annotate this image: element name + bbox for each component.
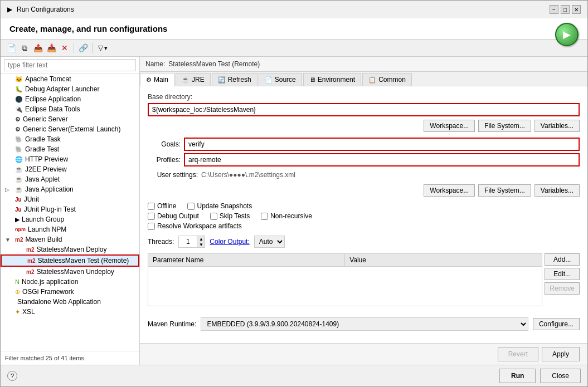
threads-down-button[interactable]: ▼ [197,242,205,247]
title-bar-left: ▶ Run Configurations [7,6,74,13]
threads-input[interactable] [179,237,197,247]
add-parameter-button[interactable]: Add... [545,253,580,266]
tree-item-java-app[interactable]: ▷ ☕ Java Application [1,184,139,194]
workspace-button-1[interactable]: Workspace... [424,120,475,132]
tree-item-debug-adapter[interactable]: 🐛 Debug Adapter Launcher [1,84,139,94]
skip-tests-label: Skip Tests [220,212,250,220]
tree-item-java-applet[interactable]: ☕ Java Applet [1,174,139,184]
tree-item-launch-group[interactable]: ▶ Launch Group [1,214,139,224]
debug-output-checkbox[interactable] [148,213,155,220]
tree-item-junit[interactable]: Ju JUnit [1,194,139,204]
threads-up-button[interactable]: ▲ [197,236,205,242]
base-directory-label: Base directory: [148,93,580,101]
tab-jre[interactable]: ☕ JRE [176,73,211,86]
parameter-table: Parameter Name Value [148,253,542,306]
filesystem-button-1[interactable]: File System... [478,120,531,132]
offline-label: Offline [157,202,176,210]
tree-item-apache-tomcat[interactable]: 🐱 Apache Tomcat [1,74,139,84]
run-button[interactable]: Run [499,369,536,383]
tree-label: Generic Server(External Launch) [23,125,135,133]
tree-label: Eclipse Data Tools [25,105,135,113]
item-icon: m2 [15,237,23,243]
configure-maven-button[interactable]: Configure... [533,318,580,330]
tree-item-stateless-undeploy[interactable]: m2 StatelessMaven Undeploy [1,267,139,277]
tree-item-gradle-task[interactable]: 🐘 Gradle Task [1,134,139,144]
goals-input[interactable] [184,138,580,151]
name-bar: Name: StatelessMaven Test (Remote) [140,57,587,72]
tree-item-generic-external[interactable]: ⚙ Generic Server(External Launch) [1,124,139,134]
base-directory-row [148,103,580,116]
apply-button[interactable]: Apply [542,347,580,361]
non-recursive-checkbox-label[interactable]: Non-recursive [261,212,312,220]
color-output-label[interactable]: Color Output: [210,238,249,246]
base-directory-section: Base directory: Workspace... File System… [148,93,580,132]
item-icon: Ju [15,197,22,203]
revert-button[interactable]: Revert [498,347,538,361]
help-button[interactable]: ? [7,371,17,381]
update-snapshots-checkbox-label[interactable]: Update Snapshots [187,202,252,210]
remove-parameter-button[interactable]: Remove [545,282,580,295]
tree-item-http-preview[interactable]: 🌐 HTTP Preview [1,154,139,164]
user-settings-buttons: Workspace... File System... Variables... [148,184,580,197]
offline-checkbox-label[interactable]: Offline [148,202,176,210]
tree-item-maven-build[interactable]: ▼ m2 Maven Build [1,234,139,244]
workspace-button-2[interactable]: Workspace... [424,184,475,197]
tab-main-icon: ⚙ [146,76,152,84]
search-input[interactable] [4,59,136,71]
link-button[interactable]: 🔗 [77,42,89,54]
run-green-button[interactable]: ▶ [555,23,579,46]
export-button[interactable]: 📤 [32,42,44,54]
minimize-button[interactable]: − [550,5,558,14]
close-button[interactable]: ✕ [572,5,581,14]
debug-output-checkbox-label[interactable]: Debug Output [148,212,199,220]
duplicate-button[interactable]: ⧉ [18,42,31,54]
tree-item-launch-npm[interactable]: npm Launch NPM [1,224,139,234]
variables-button-1[interactable]: Variables... [534,120,580,132]
item-icon: 🔌 [15,106,23,113]
tree-label: StatelessMaven Test (Remote) [37,257,134,264]
delete-button[interactable]: ✕ [59,42,71,54]
non-recursive-checkbox[interactable] [261,213,268,220]
tree-item-xsl[interactable]: ✦ XSL [1,307,139,317]
tab-environment[interactable]: 🖥 Environment [303,73,361,86]
tree-item-j2ee[interactable]: ☕ J2EE Preview [1,164,139,174]
profiles-input[interactable] [184,153,580,166]
skip-tests-checkbox-label[interactable]: Skip Tests [210,212,250,220]
update-snapshots-checkbox[interactable] [187,203,195,210]
resolve-workspace-checkbox[interactable] [148,223,155,230]
tree-label: StatelessMaven Deploy [36,246,135,253]
close-button-footer[interactable]: Close [540,369,581,383]
tree-item-stateless-deploy[interactable]: m2 StatelessMaven Deploy [1,244,139,254]
base-directory-input[interactable] [148,103,580,116]
tree-item-junit-plugin[interactable]: Ju JUnit Plug-in Test [1,204,139,214]
tree-item-stateless-test[interactable]: m2 StatelessMaven Test (Remote) [1,254,139,267]
resolve-workspace-checkbox-label[interactable]: Resolve Workspace artifacts [148,222,242,230]
tree-item-osgi[interactable]: ⊕ OSGi Framework [1,287,139,297]
import-button[interactable]: 📥 [45,42,57,54]
filesystem-button-2[interactable]: File System... [478,184,531,197]
goals-row: Goals: [148,138,580,151]
tree-item-nodejs[interactable]: N Node.js application [1,277,139,287]
tab-source[interactable]: 📄 Source [259,73,302,86]
run-button-area: ▶ [555,23,579,46]
tree-item-generic-server[interactable]: ⚙ Generic Server [1,114,139,124]
color-output-select[interactable]: Auto Yes No [254,236,285,248]
new-config-button[interactable]: 📄 [5,42,17,54]
maven-runtime-select[interactable]: EMBEDDED (3.9.9/3.9.900.20240824-1409) [201,317,528,331]
update-snapshots-label: Update Snapshots [197,202,252,210]
item-icon: 🐛 [15,86,23,93]
item-icon: ✦ [15,308,20,316]
variables-button-2[interactable]: Variables... [534,184,580,197]
skip-tests-checkbox[interactable] [210,213,217,220]
tree-item-standalone-web[interactable]: Standalone Web Application [1,297,139,307]
tree-item-eclipse-data[interactable]: 🔌 Eclipse Data Tools [1,104,139,114]
tree-item-gradle-test[interactable]: 🐘 Gradle Test [1,144,139,154]
tree-item-eclipse-app[interactable]: 🌑 Eclipse Application [1,94,139,104]
offline-checkbox[interactable] [148,203,155,210]
maximize-button[interactable]: □ [561,5,570,14]
filter-button[interactable]: ▽ ▾ [95,42,110,53]
edit-parameter-button[interactable]: Edit... [545,268,580,280]
tab-refresh[interactable]: 🔄 Refresh [212,73,257,86]
tab-common[interactable]: 📋 Common [362,73,412,86]
tab-main[interactable]: ⚙ Main [140,73,174,86]
